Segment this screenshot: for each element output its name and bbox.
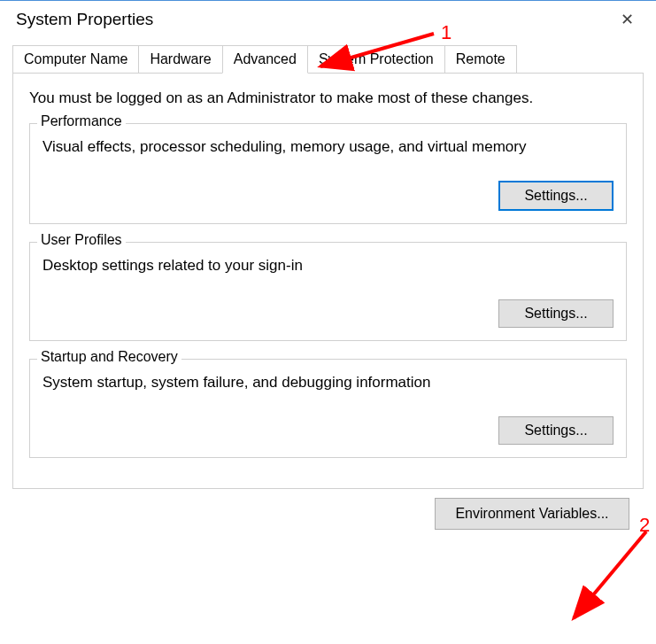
environment-variables-button[interactable]: Environment Variables...	[435, 498, 629, 530]
startup-recovery-desc: System startup, system failure, and debu…	[42, 374, 614, 392]
startup-recovery-group: Startup and Recovery System startup, sys…	[29, 359, 627, 458]
performance-title: Performance	[37, 113, 126, 129]
tab-remote[interactable]: Remote	[444, 45, 517, 73]
tab-computer-name[interactable]: Computer Name	[12, 45, 139, 73]
window-title: System Properties	[16, 10, 153, 29]
annotation-1: 1	[441, 21, 451, 44]
annotation-2: 2	[639, 514, 650, 537]
tab-advanced[interactable]: Advanced	[222, 45, 308, 74]
performance-group: Performance Visual effects, processor sc…	[29, 123, 627, 224]
startup-recovery-settings-button[interactable]: Settings...	[498, 416, 614, 445]
tab-system-protection[interactable]: System Protection	[307, 45, 445, 73]
user-profiles-group: User Profiles Desktop settings related t…	[29, 242, 627, 341]
svg-line-2	[574, 531, 646, 618]
performance-desc: Visual effects, processor scheduling, me…	[42, 138, 614, 156]
user-profiles-desc: Desktop settings related to your sign-in	[42, 257, 614, 275]
tab-strip: Computer Name Hardware Advanced System P…	[12, 45, 656, 73]
admin-warning-text: You must be logged on as an Administrato…	[29, 89, 627, 107]
startup-recovery-title: Startup and Recovery	[37, 349, 181, 365]
user-profiles-settings-button[interactable]: Settings...	[498, 299, 614, 328]
close-icon[interactable]: ✕	[614, 10, 640, 27]
tab-hardware[interactable]: Hardware	[138, 45, 222, 73]
advanced-panel: You must be logged on as an Administrato…	[12, 73, 644, 489]
user-profiles-title: User Profiles	[37, 232, 126, 248]
performance-settings-button[interactable]: Settings...	[498, 181, 614, 211]
